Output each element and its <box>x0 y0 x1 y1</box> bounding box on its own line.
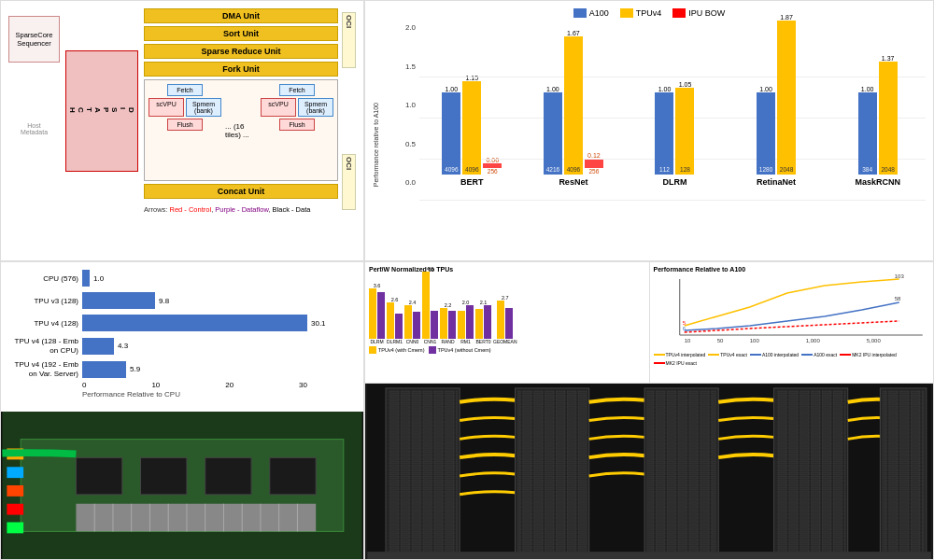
svg-rect-4 <box>7 485 23 497</box>
retinanet-tpu-fill: 2048 <box>777 21 796 175</box>
dlrm-a100-top: 1.00 <box>658 86 672 92</box>
tpuv4-emb-cpu-bar <box>82 338 114 355</box>
perf-relative-label: Performance Relative to CPU <box>82 390 356 399</box>
bert-ipu-below: 256 <box>488 168 498 175</box>
tpuv4-emb-cpu-label: TPU v4 (128 - Emb on CPU) <box>8 337 78 355</box>
dlrm-bars: 1.00 112 1.05 128 <box>655 11 694 175</box>
bert0-lbl: BERT0 <box>475 339 490 344</box>
retinanet-bars: 1.00 1280 1.87 2048 <box>757 11 796 175</box>
tpuv3-value: 9.8 <box>159 297 169 305</box>
sparse-reduce-unit: Sparse Reduce Unit <box>144 44 338 59</box>
sparsecore-box: SparseCoreSequencer <box>8 16 60 63</box>
concat-unit: Concat Unit <box>144 184 338 199</box>
bert0-bar1 <box>475 309 483 339</box>
lc-a100-interp-color <box>750 354 761 356</box>
legend-cmem-color <box>369 346 376 354</box>
retinanet-tpu-inside: 2048 <box>777 166 796 173</box>
x-label-10: 10 <box>151 381 160 389</box>
lc-tpuv4-interp-label: TPUv4 interpolated <box>666 352 706 357</box>
tpuv3-row: TPU v3 (128) 9.8 <box>8 292 356 309</box>
lc-mk2-exact: MK2 IPU exact <box>654 360 697 366</box>
cnn1-lbl: CNN1 <box>424 339 437 344</box>
maskrcnn-a100-fill: 384 <box>858 92 877 175</box>
cnn0-bar2 <box>413 312 420 339</box>
dlrm-a100-fill: 112 <box>655 92 673 175</box>
maskrcnn-a100: 1.00 384 <box>858 86 877 175</box>
mini-chart1-legend: TPUv4 (with Cmem) TPUv4 (without Cmem) <box>369 346 645 354</box>
minichart-rand: 2.2 RAND <box>440 302 456 344</box>
line-chart-svg: 10 50 100 1,000 5,000 103 58 5 6 <box>654 274 930 349</box>
cpu-label: CPU (576) <box>8 274 78 283</box>
y-label-05: 0.5 <box>405 140 416 148</box>
tpuv4-label: TPU v4 (128) <box>8 319 78 328</box>
tpuv4-emb-var-value: 5.9 <box>130 365 140 373</box>
geomean-pair <box>497 301 513 339</box>
right-tile-group: Fetch scVPU Spmem(bank) Flush <box>261 84 333 176</box>
lc-a100-exact-label: A100 exact <box>814 352 837 357</box>
mini-chart-line: Performance Relative to A100 10 50 100 1… <box>650 262 934 383</box>
svg-rect-38 <box>388 390 458 553</box>
resnet-tpu-fill: 4096 <box>564 36 583 175</box>
bars-container: 1.00 4096 1.15 4096 0.06 <box>424 23 926 187</box>
bottom-right-area: Perf/W Normalized to TPUs 3.6 DLRM 2.6 <box>364 261 934 560</box>
circuit-board-photo <box>1 412 363 559</box>
y-label-20: 2.0 <box>405 23 416 32</box>
retinanet-a100: 1.00 1280 <box>757 86 775 175</box>
x-axis-labels: 0 10 20 30 <box>82 381 307 389</box>
tiles-dots: ... (16 tiles) ... <box>225 122 257 139</box>
resnet-a100-inside: 4216 <box>544 166 562 173</box>
legend-nocmem-label: TPUv4 (without Cmem) <box>438 347 491 353</box>
cpu-value: 1.0 <box>93 274 104 283</box>
dma-unit: DMA Unit <box>144 8 338 23</box>
lc-mk2-interp: MK2 IPU interpolated <box>840 352 897 357</box>
minichart-dlrm: 3.6 DLRM <box>369 283 385 344</box>
tpuv4-bar <box>82 315 307 331</box>
resnet-label: ResNet <box>559 177 587 187</box>
maskrcnn-tpu: 1.37 2048 <box>879 55 898 175</box>
cnn1-bar2 <box>431 311 438 339</box>
resnet-tpu: 1.67 4096 <box>564 30 583 175</box>
rm1-bar2 <box>466 305 474 339</box>
bert-ipu-fill <box>483 163 502 168</box>
mini-charts-row: Perf/W Normalized to TPUs 3.6 DLRM 2.6 <box>365 262 933 384</box>
svg-text:50: 50 <box>716 338 723 343</box>
retinanet-a100-inside: 1280 <box>757 166 775 173</box>
retinanet-tpu: 1.87 2048 <box>777 14 796 175</box>
tpuv3-bar <box>82 292 155 309</box>
dlrm-bar2 <box>377 292 385 339</box>
spmem-right: Spmem(bank) <box>298 98 333 117</box>
cpu-bars-container: CPU (576) 1.0 TPU v3 (128) 9.8 TPU v4 (1… <box>8 270 356 378</box>
resnet-a100: 1.00 4216 <box>544 86 562 175</box>
lc-tpuv4-interp: TPUv4 interpolated <box>654 352 706 357</box>
dlrm-bar1 <box>369 288 376 339</box>
cnn1-pair <box>422 272 438 339</box>
bert-a100-bar: 1.00 4096 <box>442 86 460 175</box>
dlrm-tpu: 1.05 128 <box>675 81 694 175</box>
scvpu-right: scVPU <box>261 98 296 117</box>
maskrcnn-a100-top: 1.00 <box>861 86 874 92</box>
svg-text:100: 100 <box>749 338 759 343</box>
tpuv4-row: TPU v4 (128) 30.1 <box>8 315 356 331</box>
maskrcnn-a100-inside: 384 <box>858 166 877 173</box>
server-rack-photo <box>365 384 933 559</box>
svg-rect-3 <box>7 467 23 478</box>
tpuv4-emb-var-label: TPU v4 (192 - Emb on Var. Server) <box>8 360 78 378</box>
lc-mk2-interp-label: MK2 IPU interpolated <box>852 352 897 357</box>
y-label-15: 1.5 <box>405 63 416 71</box>
legend-nocmem-color <box>429 346 436 354</box>
dlrm1-bar1 <box>387 302 394 339</box>
lc-tpuv4-exact-color <box>708 354 719 356</box>
bar-chart-container: 2.0 1.5 1.0 0.5 0.0 Performance relative… <box>373 23 926 229</box>
rm1-lbl: RM1 <box>460 339 471 344</box>
circuit-board-svg <box>1 412 363 559</box>
legend-cmem: TPUv4 (with Cmem) <box>369 346 425 354</box>
retinanet-label: RetinaNet <box>757 177 796 187</box>
dlrm-tpu-inside: 128 <box>675 166 694 173</box>
geomean-lbl: GEOMEAN <box>493 339 517 344</box>
svg-text:58: 58 <box>894 296 900 301</box>
lc-mk2-interp-color <box>840 354 851 356</box>
cnn0-bar1 <box>404 305 412 339</box>
bert-label: BERT <box>460 177 484 187</box>
svg-text:103: 103 <box>894 274 904 279</box>
left-tile-group: Fetch scVPU Spmem(bank) Flush <box>149 84 221 176</box>
